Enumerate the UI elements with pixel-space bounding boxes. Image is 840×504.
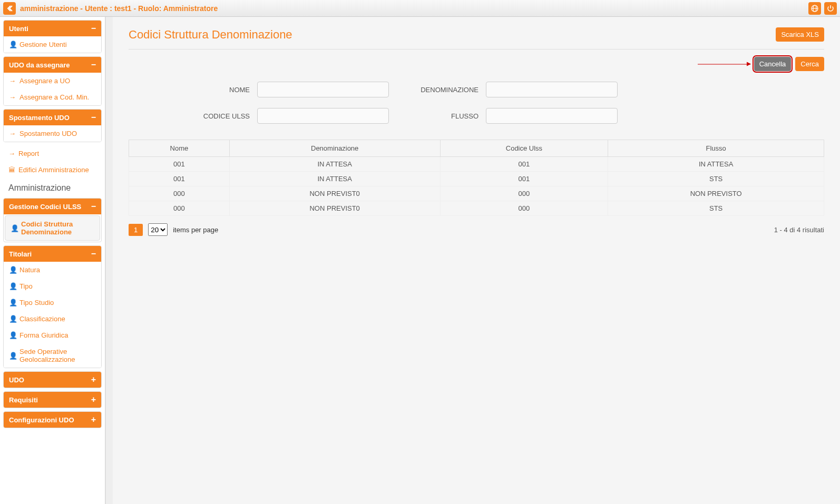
table-cell: 000 [440, 201, 608, 216]
sidebar-item-report[interactable]: → Report [3, 145, 102, 162]
sidebar-item-assegnare-uo[interactable]: → Assegnare a UO [4, 73, 101, 89]
sidebar-item-label: Forma Giuridica [19, 331, 68, 339]
user-icon: 👤 [9, 352, 16, 360]
table-cell: 000 [129, 186, 230, 201]
panel-header-configurazioni-udo[interactable]: Configurazioni UDO + [4, 412, 101, 428]
user-icon: 👤 [9, 315, 16, 323]
col-nome[interactable]: Nome [129, 140, 230, 157]
table-cell: IN ATTESA [229, 172, 440, 186]
input-denominazione[interactable] [486, 82, 618, 97]
panel-header-spostamento[interactable]: Spostamento UDO − [4, 110, 101, 125]
table-cell: 001 [129, 157, 230, 172]
collapse-icon: − [91, 249, 96, 259]
sidebar-item-label: Spostamento UDO [19, 130, 77, 137]
sidebar-item-label: Tipo [19, 282, 33, 290]
sidebar-item-label: Gestione Utenti [19, 41, 67, 48]
items-per-page-label: items per page [173, 226, 218, 234]
input-flusso[interactable] [486, 108, 618, 124]
sidebar-item-tipo-studio[interactable]: 👤Tipo Studio [4, 294, 101, 311]
panel-title: UDO [9, 376, 24, 384]
panel-udo: UDO + [3, 371, 102, 388]
sidebar-item-classificazione[interactable]: 👤Classificazione [4, 311, 101, 327]
arrow-right-icon: → [9, 77, 16, 85]
table-row[interactable]: 000NON PREVIST0000STS [129, 201, 824, 216]
search-button[interactable]: Cerca [795, 57, 824, 71]
panel-utenti: Utenti − 👤 Gestione Utenti [3, 20, 102, 53]
user-icon: 👤 [9, 41, 16, 48]
download-xls-button[interactable]: Scarica XLS [776, 27, 824, 42]
sidebar-scrollbar[interactable] [105, 17, 113, 504]
collapse-icon: − [91, 60, 96, 70]
col-flusso[interactable]: Flusso [608, 140, 824, 157]
sidebar-item-label: Sede Operative Geolocalizzazione [19, 348, 96, 363]
user-icon: 👤 [9, 266, 16, 274]
sidebar-item-label: Classificazione [19, 315, 65, 323]
panel-header-udo[interactable]: UDO + [4, 372, 101, 388]
input-nome[interactable] [257, 82, 389, 97]
panel-title: Gestione Codici ULSS [9, 203, 81, 211]
building-icon: 🏛 [8, 166, 15, 174]
panel-requisiti: Requisiti + [3, 391, 102, 408]
panel-configurazioni-udo: Configurazioni UDO + [3, 411, 102, 428]
page-number[interactable]: 1 [129, 224, 143, 236]
panel-title: Utenti [9, 25, 28, 33]
sidebar-item-edifici[interactable]: 🏛 Edifici Amministrazione [3, 162, 102, 178]
col-codice-ulss[interactable]: Codice Ulss [440, 140, 608, 157]
sidebar-item-label: Assegnare a UO [19, 77, 70, 85]
globe-icon[interactable] [808, 2, 821, 15]
panel-spostamento: Spostamento UDO − → Spostamento UDO [3, 109, 102, 142]
col-denominazione[interactable]: Denominazione [229, 140, 440, 157]
sidebar-item-gestione-utenti[interactable]: 👤 Gestione Utenti [4, 36, 101, 53]
sidebar-item-tipo[interactable]: 👤Tipo [4, 278, 101, 294]
table-row[interactable]: 000NON PREVIST0000NON PREVISTO [129, 186, 824, 201]
panel-udo-assegnare: UDO da assegnare − → Assegnare a UO → As… [3, 56, 102, 106]
sidebar-item-natura[interactable]: 👤Natura [4, 262, 101, 278]
table-row[interactable]: 001IN ATTESA001IN ATTESA [129, 157, 824, 172]
panel-title: Configurazioni UDO [9, 416, 74, 424]
panel-header-utenti[interactable]: Utenti − [4, 21, 101, 36]
label-flusso: FLUSSO [410, 112, 478, 120]
cancel-button[interactable]: Cancella [754, 57, 792, 71]
power-icon[interactable] [824, 2, 837, 15]
table-cell: IN ATTESA [608, 157, 824, 172]
collapse-icon: − [91, 202, 96, 211]
arrow-right-icon: → [9, 130, 16, 137]
arrow-right-icon: → [9, 93, 16, 101]
sidebar-item-label: Edifici Amministrazione [18, 166, 89, 174]
sidebar-item-label: Tipo Studio [19, 299, 54, 307]
search-form: NOME DENOMINAZIONE CODICE ULSS FLUSSO [129, 82, 824, 124]
panel-title: UDO da assegnare [9, 61, 70, 69]
sidebar-item-sede-operative[interactable]: 👤Sede Operative Geolocalizzazione [4, 343, 101, 368]
user-icon: 👤 [9, 331, 16, 339]
panel-header-titolari[interactable]: Titolari − [4, 246, 101, 262]
sidebar-item-spostamento-udo[interactable]: → Spostamento UDO [4, 125, 101, 142]
table-cell: STS [608, 172, 824, 186]
sidebar-item-label: Codici Struttura Denominazione [21, 220, 94, 236]
sidebar-item-codici-struttura[interactable]: 👤 Codici Struttura Denominazione [5, 215, 100, 241]
panel-header-udo-assegnare[interactable]: UDO da assegnare − [4, 57, 101, 73]
table-cell: NON PREVISTO [608, 186, 824, 201]
panel-gestione-codici: Gestione Codici ULSS − 👤 Codici Struttur… [3, 198, 102, 242]
user-icon: 👤 [9, 282, 16, 290]
expand-icon: + [91, 375, 96, 384]
back-button[interactable] [3, 2, 16, 15]
sidebar-item-label: Assegnare a Cod. Min. [19, 93, 89, 101]
panel-header-requisiti[interactable]: Requisiti + [4, 392, 101, 408]
table-cell: 001 [129, 172, 230, 186]
sidebar-item-assegnare-codmin[interactable]: → Assegnare a Cod. Min. [4, 89, 101, 105]
panel-header-gestione-codici[interactable]: Gestione Codici ULSS − [4, 199, 101, 214]
page-size-select[interactable]: 20 [148, 223, 168, 236]
sidebar-item-label: Natura [19, 266, 40, 274]
table-cell: 001 [440, 172, 608, 186]
panel-title: Spostamento UDO [9, 114, 70, 122]
sidebar-item-forma-giuridica[interactable]: 👤Forma Giuridica [4, 327, 101, 343]
sidebar: Utenti − 👤 Gestione Utenti UDO da assegn… [0, 17, 105, 504]
table-cell: 000 [440, 186, 608, 201]
table-row[interactable]: 001IN ATTESA001STS [129, 172, 824, 186]
label-denominazione: DENOMINAZIONE [410, 86, 478, 94]
page-header-title: amministrazione - Utente : test1 - Ruolo… [20, 4, 808, 13]
input-codice-ulss[interactable] [257, 108, 389, 124]
result-count: 1 - 4 di 4 risultati [774, 226, 824, 234]
table-cell: NON PREVIST0 [229, 186, 440, 201]
label-nome: NOME [181, 86, 250, 94]
